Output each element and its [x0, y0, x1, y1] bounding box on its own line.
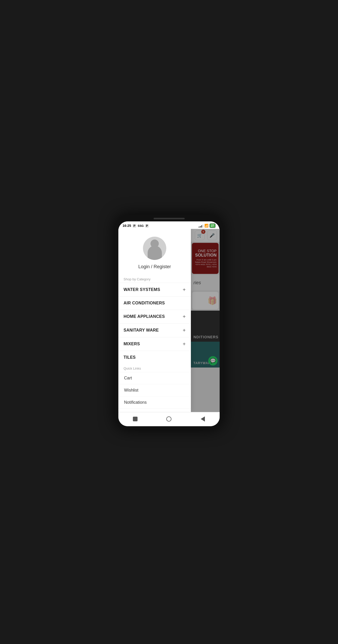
- quick-links-header: Quick Links: [118, 364, 191, 372]
- bottom-navigation: [118, 412, 220, 426]
- category-item-mixers[interactable]: MIXERS +: [118, 337, 191, 351]
- drawer-panel: Login / Register Shop by Category WATER …: [118, 229, 191, 412]
- quick-link-cart[interactable]: Cart: [118, 372, 191, 384]
- category-item-air-conditioners[interactable]: AIR CONDITIONERS: [118, 296, 191, 310]
- battery-icon: 27: [210, 223, 215, 228]
- screen-content: Login / Register Shop by Category WATER …: [118, 229, 220, 412]
- nav-back-button[interactable]: [198, 414, 207, 424]
- avatar-head: [150, 239, 159, 248]
- phone-notch: [154, 218, 185, 219]
- category-item-home-appliances[interactable]: HOME APPLIANCES +: [118, 310, 191, 323]
- category-label-sanitary-ware: SANITARY WARE: [124, 328, 159, 333]
- signal-bar-1: [199, 227, 199, 228]
- login-register-label[interactable]: Login / Register: [138, 264, 171, 269]
- status-network2: SSG: [138, 224, 144, 227]
- phone-screen: 16:25 P SSG P 📶 27: [118, 221, 220, 426]
- wifi-icon: 📶: [204, 224, 208, 228]
- circle-icon: [166, 416, 171, 422]
- signal-bar-3: [201, 225, 202, 228]
- avatar-section: Login / Register: [118, 229, 191, 275]
- quick-link-notifications[interactable]: Notifications: [118, 396, 191, 408]
- back-icon: [201, 416, 205, 422]
- quick-link-about-us[interactable]: About us: [118, 408, 191, 412]
- signal-bar-2: [200, 226, 201, 228]
- category-label-mixers: MIXERS: [124, 342, 140, 346]
- shop-by-category-header: Shop by Category: [118, 275, 191, 283]
- square-icon: [133, 417, 138, 421]
- nav-square-button[interactable]: [131, 414, 140, 424]
- category-item-water-systems[interactable]: WATER SYSTEMS +: [118, 283, 191, 296]
- expand-icon-sanitary-ware: +: [183, 328, 186, 333]
- expand-icon-home-appliances: +: [183, 314, 186, 319]
- status-right: 📶 27: [199, 223, 215, 228]
- phone-device: 16:25 P SSG P 📶 27: [115, 215, 223, 429]
- category-label-tiles: TILES: [124, 355, 136, 360]
- status-left: 16:25 P SSG P: [123, 224, 149, 228]
- expand-icon-water-systems: +: [183, 287, 186, 292]
- avatar: [143, 237, 166, 260]
- signal-bar-4: [203, 224, 203, 228]
- quick-link-wishlist[interactable]: Wishlist: [118, 384, 191, 396]
- status-network3: P: [145, 224, 149, 228]
- drawer-overlay[interactable]: [191, 229, 220, 412]
- status-network1: P: [133, 224, 136, 228]
- nav-home-button[interactable]: [164, 414, 174, 424]
- category-label-water-systems: WATER SYSTEMS: [124, 287, 160, 292]
- status-bar: 16:25 P SSG P 📶 27: [118, 221, 220, 229]
- category-label-home-appliances: HOME APPLIANCES: [124, 314, 165, 319]
- signal-bars: [199, 224, 203, 228]
- category-label-air-conditioners: AIR CONDITIONERS: [124, 301, 165, 305]
- avatar-body: [148, 246, 162, 260]
- category-item-tiles[interactable]: TILES: [118, 351, 191, 364]
- status-time: 16:25: [123, 224, 131, 228]
- expand-icon-mixers: +: [183, 341, 186, 347]
- category-item-sanitary-ware[interactable]: SANITARY WARE +: [118, 323, 191, 337]
- background-content: 🛒 0 🎤 ONE STOPSOLUTION From 9 am un: [191, 229, 220, 412]
